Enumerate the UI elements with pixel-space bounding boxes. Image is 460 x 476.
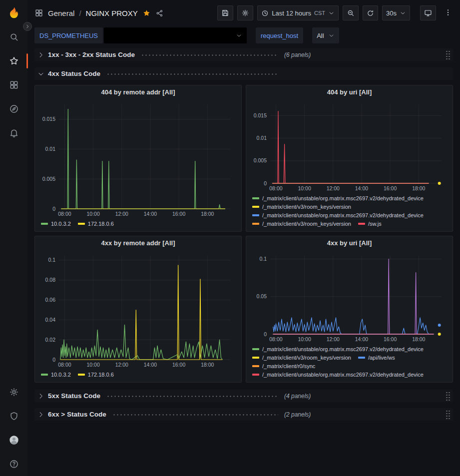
dashboard-title[interactable]: NGINX PROXY [86,9,138,17]
time-series-chart[interactable]: 00.020.040.060.080.108:0010:0012:0014:00… [37,250,238,370]
time-series-chart[interactable]: 00.0050.010.01508:0010:0012:0014:0016:00… [248,99,450,193]
time-series-chart[interactable]: 00.0050.010.01508:0010:0012:0014:0016:00… [37,99,238,219]
sidebar-item-configuration[interactable] [0,380,27,404]
svg-text:16:00: 16:00 [172,211,185,217]
legend-item[interactable]: 10.0.3.2 [41,220,71,228]
svg-text:10:00: 10:00 [86,362,99,368]
legend-item[interactable]: /_matrix/client/unstable/org.matrix.msc2… [252,371,424,379]
sidebar-expand-button[interactable] [23,22,32,31]
chevron-down-icon [236,32,242,39]
row-dots [106,73,278,75]
legend-swatch [252,357,259,359]
sidebar-item-alerting[interactable] [0,121,27,145]
sidebar-item-starred[interactable] [0,49,27,73]
grafana-logo[interactable] [0,0,27,25]
legend-item[interactable]: 10.0.3.2 [41,371,71,379]
legend-item[interactable]: 172.18.0.6 [78,220,114,228]
legend-item[interactable]: /_matrix/client/unstable/org.matrix.msc2… [252,211,424,219]
legend-swatch [252,206,259,208]
monitor-icon [424,9,432,17]
legend-label: 10.0.3.2 [51,371,71,379]
panel-title[interactable]: 404 by uri [All] [246,85,453,98]
panel-legend: 10.0.3.2172.18.0.6 [35,370,241,382]
refresh-button[interactable] [363,5,378,20]
sidebar-item-dashboards[interactable] [0,73,27,97]
timezone-label: CST [314,10,325,16]
legend-item[interactable]: /_matrix/client/v3/room_keys/version [252,220,351,228]
dashboard-row-4xx[interactable]: 4xx Status Code [34,67,453,80]
legend-item[interactable]: 172.18.0.6 [78,371,114,379]
legend-item[interactable]: /_matrix/client/r0/sync [252,362,315,370]
bell-icon [9,128,19,138]
legend-label: /_matrix/client/r0/sync [262,362,315,370]
panel-title[interactable]: 4xx by uri [All] [246,236,453,249]
legend-label: /api/live/ws [368,354,395,362]
svg-text:0.005: 0.005 [254,157,267,163]
svg-text:16:00: 16:00 [172,362,185,368]
star-icon [9,56,19,66]
svg-text:0.1: 0.1 [48,257,55,263]
svg-text:14:00: 14:00 [355,336,368,342]
svg-text:0: 0 [52,206,55,212]
row-drag-handle[interactable] [446,392,450,401]
svg-text:0.015: 0.015 [254,112,267,118]
sidebar-item-profile[interactable] [0,428,27,452]
variable-label-request-host: request_host [256,27,303,43]
datasource-select[interactable] [104,27,247,43]
variable-label-datasource: DS_PROMETHEUS [34,27,103,43]
sidebar-item-server-admin[interactable] [0,404,27,428]
legend-label: /_matrix/client/unstable/org.matrix.msc2… [262,211,424,219]
dashboard-row-1xx-3xx-2xx[interactable]: 1xx - 3xx - 2xx Status Code (6 panels) [34,48,453,61]
row-drag-handle[interactable] [446,50,450,59]
legend-item[interactable]: /_matrix/client/v3/room_keys/version [252,354,351,362]
svg-text:0.08: 0.08 [45,277,56,283]
zoom-out-icon [347,9,355,17]
row-title: 1xx - 3xx - 2xx Status Code [48,51,135,58]
breadcrumb-folder[interactable]: General [48,9,74,17]
chevron-right-icon [37,393,44,400]
panel-legend: /_matrix/client/unstable/org.matrix.msc2… [246,344,453,382]
legend-item[interactable]: /sw.js [358,220,382,228]
request-host-select[interactable]: All [312,27,339,43]
svg-text:10:00: 10:00 [298,336,311,342]
svg-text:0: 0 [52,357,55,363]
legend-item[interactable]: /api/live/ws [358,354,395,362]
time-series-chart[interactable]: 00.050.108:0010:0012:0014:0016:0018:00 [248,250,450,344]
favorite-star-icon[interactable] [142,9,151,17]
sidebar-item-help[interactable] [0,452,27,476]
chevron-right-icon [37,411,44,418]
dashboard-row-6xx[interactable]: 6xx > Status Code (2 panels) [34,408,453,421]
refresh-interval-label: 30s [386,9,397,17]
time-range-picker[interactable]: Last 12 hours CST [257,5,339,20]
sidebar-item-explore[interactable] [0,97,27,121]
legend-label: /_matrix/client/unstable/org.matrix.msc2… [262,345,424,353]
more-options-button[interactable] [443,8,453,18]
refresh-interval-picker[interactable]: 30s [382,5,410,20]
row-drag-handle[interactable] [446,410,450,419]
legend-label: /_matrix/client/unstable/org.matrix.msc2… [262,194,424,202]
breadcrumb-separator: / [79,9,81,17]
share-icon[interactable] [155,9,164,17]
apps-grid-icon [34,8,43,17]
cycle-view-button[interactable] [420,5,436,20]
legend-item[interactable]: /_matrix/client/v3/room_keys/version [252,203,351,211]
row-title: 6xx > Status Code [48,411,106,418]
legend-swatch [78,374,85,376]
panel-title[interactable]: 4xx by remote addr [All] [35,236,241,249]
svg-text:08:00: 08:00 [58,362,71,368]
sidebar-nav-top [0,25,27,145]
save-dashboard-button[interactable] [217,5,233,20]
dashboard-settings-button[interactable] [237,5,253,20]
chevron-down-icon [37,70,44,77]
svg-text:0.015: 0.015 [42,116,55,122]
legend-swatch [358,357,365,359]
legend-swatch [252,214,259,216]
svg-text:0.04: 0.04 [45,317,56,323]
dashboard-row-5xx[interactable]: 5xx Status Code (4 panels) [34,390,453,402]
panel-title[interactable]: 404 by remote addr [All] [35,85,241,98]
zoom-out-button[interactable] [343,5,359,20]
legend-item[interactable]: /_matrix/client/unstable/org.matrix.msc2… [252,194,424,202]
svg-text:16:00: 16:00 [384,336,397,342]
row-title: 4xx Status Code [48,70,100,77]
legend-item[interactable]: /_matrix/client/unstable/org.matrix.msc2… [252,345,424,353]
